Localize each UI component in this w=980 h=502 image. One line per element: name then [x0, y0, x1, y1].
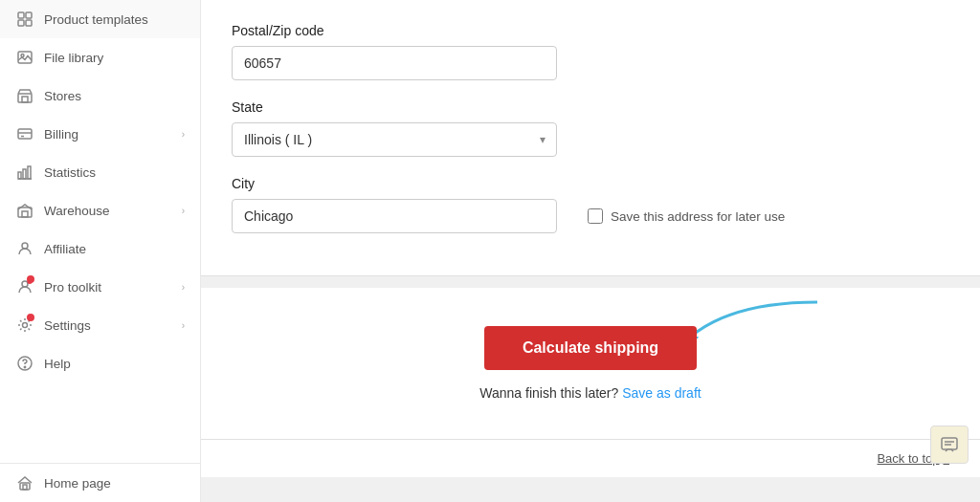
home-icon	[15, 473, 34, 492]
sidebar-label-warehouse: Warehouse	[44, 204, 172, 218]
svg-rect-23	[20, 483, 30, 490]
state-select-wrapper: Illinois ( IL ) Alabama ( AL ) Alaska ( …	[232, 122, 557, 157]
svg-rect-13	[28, 166, 31, 179]
chat-button[interactable]	[930, 426, 969, 464]
save-address-label: Save this address for later use	[588, 208, 785, 224]
svg-point-22	[24, 366, 25, 367]
svg-rect-12	[23, 169, 26, 179]
svg-rect-26	[942, 438, 957, 449]
sidebar-item-statistics[interactable]: Statistics	[0, 153, 200, 191]
svg-rect-2	[18, 20, 24, 26]
city-input[interactable]	[232, 199, 557, 233]
main-content: Postal/Zip code State Illinois ( IL ) Al…	[201, 0, 980, 502]
city-row: Save this address for later use	[232, 199, 949, 233]
sidebar-item-warehouse[interactable]: Warehouse ›	[0, 191, 200, 229]
state-form-group: State Illinois ( IL ) Alabama ( AL ) Ala…	[232, 99, 949, 157]
sidebar-label-product-templates: Product templates	[44, 12, 185, 27]
svg-rect-0	[18, 12, 24, 18]
svg-point-18	[22, 281, 28, 287]
sidebar-item-file-library[interactable]: File library	[0, 38, 200, 76]
svg-rect-8	[18, 129, 32, 139]
sidebar-item-home-page[interactable]: Home page	[0, 464, 200, 502]
sidebar-bottom: Home page	[0, 463, 200, 502]
address-form: Postal/Zip code State Illinois ( IL ) Al…	[201, 0, 980, 276]
warehouse-icon	[15, 201, 34, 220]
city-form-group: City Save this address for later use	[232, 176, 949, 233]
save-address-text: Save this address for later use	[611, 209, 785, 224]
footer: Back to top ↑	[201, 439, 980, 477]
help-icon	[15, 354, 34, 373]
chevron-down-icon-3: ›	[182, 282, 185, 293]
draft-prompt-text: Wanna finish this later?	[479, 385, 622, 401]
sidebar-item-affiliate[interactable]: Affiliate	[0, 229, 200, 268]
svg-rect-15	[18, 207, 32, 217]
sidebar-item-billing[interactable]: Billing ›	[0, 115, 200, 153]
svg-point-17	[22, 243, 28, 249]
store-icon	[15, 86, 34, 105]
calculate-shipping-button[interactable]: Calculate shipping	[484, 326, 697, 370]
statistics-icon	[15, 163, 34, 182]
sidebar-label-stores: Stores	[44, 89, 185, 103]
billing-icon	[15, 124, 34, 143]
sidebar-item-help[interactable]: Help	[0, 344, 200, 382]
svg-rect-7	[22, 97, 28, 102]
chevron-down-icon-4: ›	[182, 320, 185, 331]
sidebar-label-billing: Billing	[44, 127, 172, 142]
svg-rect-11	[18, 172, 21, 179]
draft-text-row: Wanna finish this later? Save as draft	[479, 385, 701, 401]
sidebar-item-settings[interactable]: Settings ›	[0, 306, 200, 344]
svg-rect-16	[22, 211, 28, 217]
svg-rect-6	[18, 94, 32, 102]
sidebar-label-affiliate: Affiliate	[44, 242, 185, 256]
sidebar-item-pro-toolkit[interactable]: Pro toolkit ›	[0, 268, 200, 306]
sidebar-label-pro-toolkit: Pro toolkit	[44, 280, 172, 295]
svg-rect-1	[26, 12, 32, 18]
state-label: State	[232, 99, 949, 115]
postal-form-group: Postal/Zip code	[232, 23, 949, 80]
state-select[interactable]: Illinois ( IL ) Alabama ( AL ) Alaska ( …	[232, 122, 557, 157]
postal-label: Postal/Zip code	[232, 23, 949, 38]
chevron-down-icon-2: ›	[182, 206, 185, 216]
city-label: City	[232, 176, 949, 191]
sidebar-label-help: Help	[44, 357, 185, 371]
svg-rect-3	[26, 20, 32, 26]
svg-point-20	[23, 323, 28, 328]
save-as-draft-link[interactable]: Save as draft	[622, 385, 702, 401]
grid-icon	[15, 10, 34, 29]
sidebar-item-stores[interactable]: Stores	[0, 76, 200, 115]
affiliate-icon	[15, 239, 34, 258]
save-address-checkbox[interactable]	[588, 208, 603, 224]
postal-input[interactable]	[232, 46, 557, 80]
svg-point-5	[21, 55, 24, 57]
image-icon	[15, 48, 34, 67]
sidebar-label-statistics: Statistics	[44, 165, 185, 180]
shipping-section: Calculate shipping Wanna finish this lat…	[201, 288, 980, 439]
sidebar-label-home-page: Home page	[44, 476, 185, 491]
chevron-down-icon: ›	[182, 129, 185, 140]
sidebar-item-product-templates[interactable]: Product templates	[0, 0, 200, 38]
sidebar: Product templates File library Stores	[0, 0, 201, 502]
sidebar-label-file-library: File library	[44, 51, 185, 65]
svg-rect-24	[23, 485, 27, 490]
sidebar-label-settings: Settings	[44, 318, 172, 333]
chat-icon	[940, 435, 959, 454]
